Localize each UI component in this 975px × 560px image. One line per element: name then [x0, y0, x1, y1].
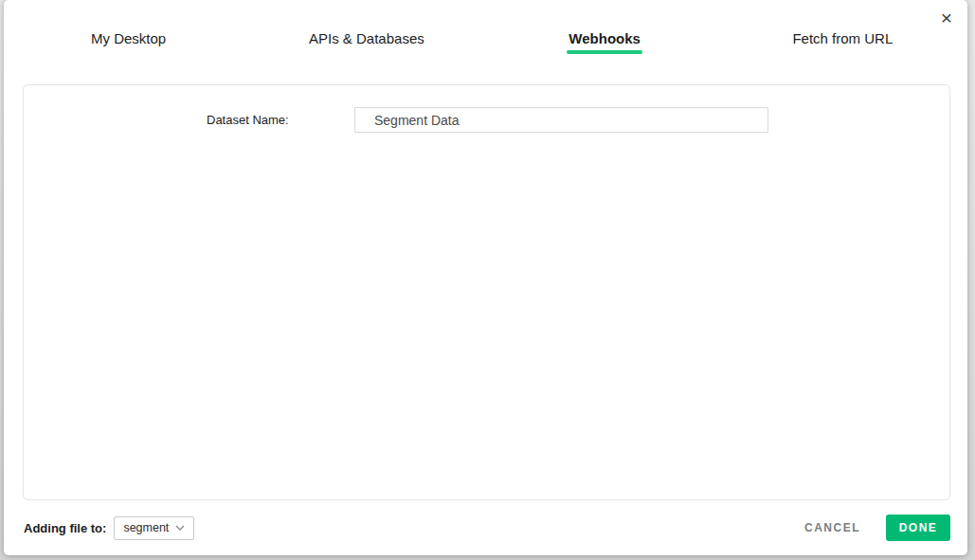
page-background: × My Desktop APIs & Databases Webhooks F…	[0, 0, 975, 560]
footer-left: Adding file to: segment	[24, 516, 194, 540]
dataset-name-label: Dataset Name:	[207, 113, 280, 127]
tab-apis-databases[interactable]: APIs & Databases	[247, 30, 485, 54]
tab-fetch-from-url[interactable]: Fetch from URL	[724, 30, 962, 54]
tab-bar: My Desktop APIs & Databases Webhooks Fet…	[9, 0, 962, 54]
tab-label: APIs & Databases	[309, 30, 424, 54]
folder-select-value: segment	[123, 521, 169, 534]
tab-label: Webhooks	[569, 30, 641, 54]
chevron-down-icon	[175, 525, 185, 531]
tab-label: Fetch from URL	[792, 30, 893, 54]
cancel-button[interactable]: CANCEL	[804, 521, 860, 534]
dialog-footer: Adding file to: segment CANCEL DONE	[4, 500, 967, 555]
dataset-name-row: Dataset Name:	[24, 85, 949, 133]
tab-webhooks[interactable]: Webhooks	[486, 30, 724, 54]
tab-my-desktop[interactable]: My Desktop	[9, 30, 247, 54]
folder-select[interactable]: segment	[114, 516, 194, 540]
close-icon[interactable]: ×	[941, 8, 952, 27]
add-data-dialog: × My Desktop APIs & Databases Webhooks F…	[4, 0, 967, 555]
tab-label: My Desktop	[91, 30, 166, 54]
footer-right: CANCEL DONE	[804, 515, 950, 541]
dataset-name-input[interactable]	[354, 107, 768, 133]
adding-file-label: Adding file to:	[24, 521, 106, 535]
content-panel: Dataset Name:	[23, 84, 950, 500]
done-button[interactable]: DONE	[886, 515, 950, 541]
